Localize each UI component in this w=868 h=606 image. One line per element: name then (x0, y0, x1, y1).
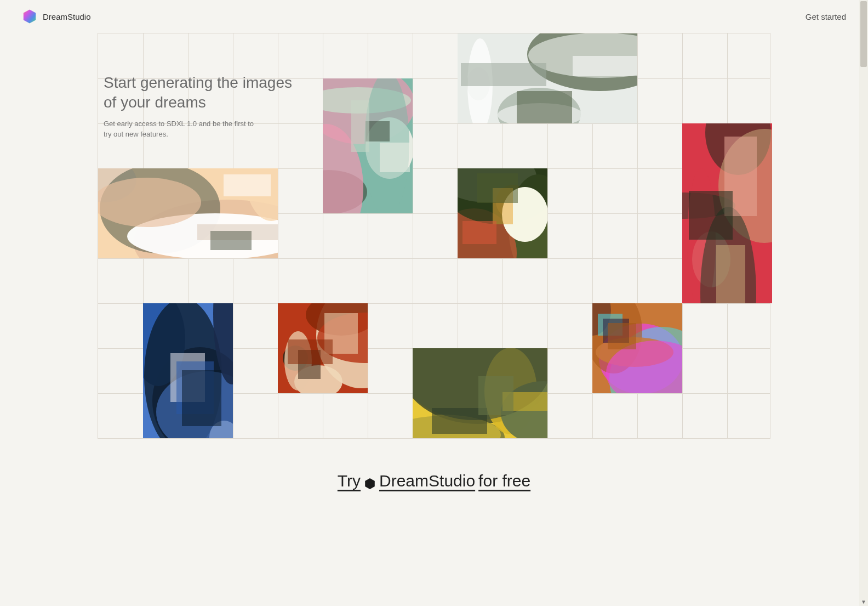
gallery-tile-architecture-house[interactable] (458, 33, 637, 123)
cta-prefix: Try (338, 472, 361, 490)
brand-name: DreamStudio (43, 12, 91, 21)
svg-rect-40 (716, 245, 745, 303)
svg-rect-9 (517, 91, 572, 123)
scrollbar-thumb[interactable] (860, 1, 867, 67)
svg-marker-91 (365, 478, 375, 489)
svg-rect-39 (689, 191, 733, 240)
cta-suffix: for free (478, 472, 530, 490)
cta-hexagon-icon (364, 475, 376, 487)
logo-icon (22, 9, 37, 24)
svg-rect-8 (461, 63, 546, 86)
get-started-link[interactable]: Get started (806, 12, 846, 21)
gallery-tile-beach-sunset[interactable] (98, 168, 278, 258)
gallery-tile-frida-portrait[interactable] (682, 123, 772, 303)
svg-rect-49 (477, 173, 518, 203)
logo-group[interactable]: DreamStudio (22, 9, 91, 24)
svg-rect-60 (182, 370, 221, 426)
hero-text-block: Start generating the images of your drea… (104, 73, 295, 140)
svg-rect-20 (351, 100, 369, 152)
svg-rect-90 (608, 323, 636, 349)
cta-brand: DreamStudio (379, 472, 475, 490)
gallery-tile-vr-dog[interactable] (592, 303, 682, 393)
gallery-tile-astronaut-roses[interactable] (323, 78, 413, 213)
svg-rect-70 (288, 339, 333, 364)
gallery-tile-yellow-meadow[interactable] (413, 348, 547, 438)
gallery-tile-red-hair-queen[interactable] (278, 303, 368, 393)
hero-subtitle: Get early access to SDXL 1.0 and be the … (104, 118, 257, 140)
scrollbar[interactable]: ▲ ▼ (859, 0, 868, 512)
hero-title: Start generating the images of your drea… (104, 73, 295, 113)
svg-rect-50 (462, 221, 496, 244)
svg-rect-80 (478, 376, 513, 415)
svg-rect-10 (573, 56, 637, 76)
svg-rect-29 (210, 231, 252, 250)
cta-section: Try DreamStudio for free (0, 472, 868, 490)
gallery-canvas: Start generating the images of your drea… (98, 33, 770, 439)
gallery-tile-daisy-flowers[interactable] (458, 168, 547, 258)
svg-rect-18 (380, 143, 410, 172)
try-free-link[interactable]: Try DreamStudio for free (338, 472, 530, 490)
svg-marker-0 (24, 9, 36, 23)
gallery-tile-scifi-soldier[interactable] (143, 303, 233, 438)
svg-rect-30 (224, 174, 271, 196)
